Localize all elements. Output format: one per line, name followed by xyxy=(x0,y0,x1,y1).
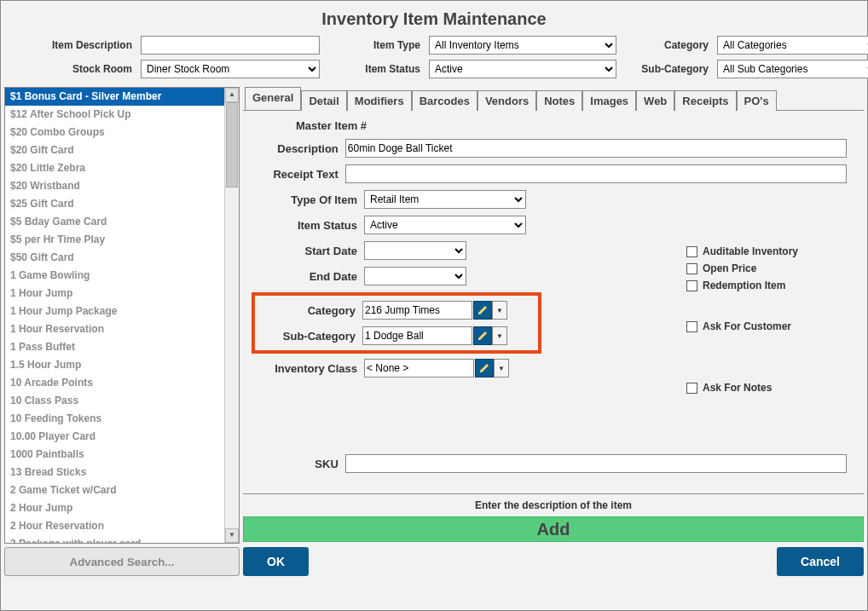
tab-notes[interactable]: Notes xyxy=(536,90,582,111)
list-item[interactable]: 2 Hour Reservation xyxy=(5,517,239,535)
cancel-button[interactable]: Cancel xyxy=(777,547,864,576)
ok-button[interactable]: OK xyxy=(243,547,309,576)
list-item[interactable]: 1.5 Hour Jump xyxy=(5,356,239,374)
list-item[interactable]: 10 Arcade Points xyxy=(5,374,239,392)
item-description-label: Item Description xyxy=(9,39,137,51)
list-item[interactable]: 10 Feeding Tokens xyxy=(5,410,239,428)
item-description-input[interactable] xyxy=(141,36,320,55)
dropdown-icon[interactable]: ▼ xyxy=(492,326,507,345)
pencil-icon[interactable] xyxy=(475,359,494,378)
list-item[interactable]: $5 per Hr Time Play xyxy=(5,231,239,249)
list-item[interactable]: 2 Game Ticket w/Card xyxy=(5,481,239,499)
ask-notes-checkbox[interactable] xyxy=(686,383,697,394)
scroll-down-icon[interactable]: ▼ xyxy=(225,528,239,543)
list-item[interactable]: $25 Gift Card xyxy=(5,195,239,213)
redemption-label: Redemption Item xyxy=(703,280,785,291)
list-item[interactable]: 10 Class Pass xyxy=(5,392,239,410)
item-listbox[interactable]: $1 Bonus Card - Silver Member$12 After S… xyxy=(4,87,240,544)
scrollbar[interactable]: ▲ ▼ xyxy=(224,88,239,543)
scroll-up-icon[interactable]: ▲ xyxy=(225,88,239,102)
stock-room-select[interactable]: Diner Stock Room xyxy=(141,60,320,78)
list-item[interactable]: $5 Bday Game Card xyxy=(5,213,239,231)
description-label: Description xyxy=(245,142,345,155)
general-tab-content: Master Item # Description Receipt Text T… xyxy=(243,111,864,490)
list-item[interactable]: 1 Hour Reservation xyxy=(5,320,239,338)
auditable-checkbox[interactable] xyxy=(686,246,697,257)
window-title: Inventory Item Maintenance xyxy=(1,1,867,36)
sku-label: SKU xyxy=(245,458,345,470)
list-item[interactable]: $50 Gift Card xyxy=(5,249,239,267)
category-highlight: Category ▼ Sub-Category ▼ xyxy=(252,292,541,354)
inventory-class-input[interactable] xyxy=(364,359,474,378)
category-input[interactable] xyxy=(362,301,472,320)
sku-input[interactable] xyxy=(345,454,847,473)
list-item[interactable]: 2 Package with player card xyxy=(5,535,239,543)
list-item[interactable]: $20 Little Zebra xyxy=(5,159,239,177)
open-price-checkbox[interactable] xyxy=(686,263,697,274)
open-price-label: Open Price xyxy=(703,262,756,274)
list-item[interactable]: $20 Gift Card xyxy=(5,141,239,159)
item-type-label: Item Type xyxy=(323,39,425,51)
list-item[interactable]: $12 After School Pick Up xyxy=(5,106,239,124)
list-item[interactable]: 1 Hour Jump Package xyxy=(5,303,239,320)
tabs: GeneralDetailModifiersBarcodesVendorsNot… xyxy=(243,87,864,111)
description-input[interactable] xyxy=(345,139,847,158)
list-item[interactable]: 1000 Paintballs xyxy=(5,446,239,464)
list-item[interactable]: $20 Wristband xyxy=(5,177,239,195)
checkbox-group: Auditable Inventory Open Price Redemptio… xyxy=(686,245,798,399)
advanced-search-button[interactable]: Advanced Search... xyxy=(4,547,240,576)
pencil-icon[interactable] xyxy=(473,326,492,345)
tab-general[interactable]: General xyxy=(245,87,301,110)
sub-category-input[interactable] xyxy=(362,326,472,345)
scroll-thumb[interactable] xyxy=(226,102,238,187)
start-date-select[interactable] xyxy=(364,241,466,260)
redemption-checkbox[interactable] xyxy=(686,280,697,291)
tab-detail[interactable]: Detail xyxy=(301,90,346,111)
sub-category-label: Sub-Category xyxy=(255,330,362,343)
tab-vendors[interactable]: Vendors xyxy=(477,90,536,111)
item-status-label: Item Status xyxy=(245,219,364,232)
item-status-filter-label: Item Status xyxy=(323,63,425,75)
item-status-select[interactable]: Active xyxy=(364,216,526,234)
tab-pos[interactable]: PO's xyxy=(737,90,777,111)
list-item[interactable]: 1 Hour Jump xyxy=(5,285,239,303)
end-date-select[interactable] xyxy=(364,267,466,285)
tab-barcodes[interactable]: Barcodes xyxy=(412,90,477,111)
list-item[interactable]: $20 Combo Groups xyxy=(5,124,239,141)
status-line: Enter the description of the item xyxy=(243,493,864,516)
filter-bar: Item Description Item Type All Inventory… xyxy=(1,36,867,87)
list-item[interactable]: 2 Hour Jump xyxy=(5,499,239,517)
category-filter-select[interactable]: All Categories xyxy=(717,36,868,55)
add-button[interactable]: Add xyxy=(243,516,864,542)
master-item-label: Master Item # xyxy=(296,119,373,132)
sub-category-filter-label: Sub-Category xyxy=(620,63,714,75)
receipt-text-label: Receipt Text xyxy=(245,168,345,181)
auditable-label: Auditable Inventory xyxy=(703,245,798,257)
type-of-item-label: Type Of Item xyxy=(245,193,364,206)
list-item[interactable]: 13 Bread Sticks xyxy=(5,464,239,481)
tab-receipts[interactable]: Receipts xyxy=(674,90,736,111)
dropdown-icon[interactable]: ▼ xyxy=(494,359,509,378)
stock-room-label: Stock Room xyxy=(9,63,137,75)
item-type-select[interactable]: All Inventory Items xyxy=(429,36,616,55)
list-item[interactable]: 1 Pass Buffet xyxy=(5,338,239,356)
item-status-filter-select[interactable]: Active xyxy=(429,60,616,78)
inventory-class-label: Inventory Class xyxy=(245,362,364,375)
tab-images[interactable]: Images xyxy=(582,90,636,111)
receipt-text-input[interactable] xyxy=(345,164,847,183)
pencil-icon[interactable] xyxy=(473,301,492,320)
sidebar: $1 Bonus Card - Silver Member$12 After S… xyxy=(4,87,240,576)
start-date-label: Start Date xyxy=(245,245,364,257)
end-date-label: End Date xyxy=(245,270,364,283)
list-item[interactable]: $1 Bonus Card - Silver Member xyxy=(5,88,239,106)
type-of-item-select[interactable]: Retail Item xyxy=(364,190,526,209)
tab-web[interactable]: Web xyxy=(636,90,674,111)
sub-category-filter-select[interactable]: All Sub Categories xyxy=(717,60,868,78)
ask-customer-checkbox[interactable] xyxy=(686,321,697,332)
list-item[interactable]: 10.00 Player Card xyxy=(5,428,239,446)
tab-modifiers[interactable]: Modifiers xyxy=(347,90,412,111)
ask-notes-label: Ask For Notes xyxy=(703,382,772,394)
dropdown-icon[interactable]: ▼ xyxy=(492,301,507,320)
list-item[interactable]: 1 Game Bowling xyxy=(5,267,239,285)
inventory-maintenance-window: Inventory Item Maintenance Item Descript… xyxy=(0,0,868,611)
